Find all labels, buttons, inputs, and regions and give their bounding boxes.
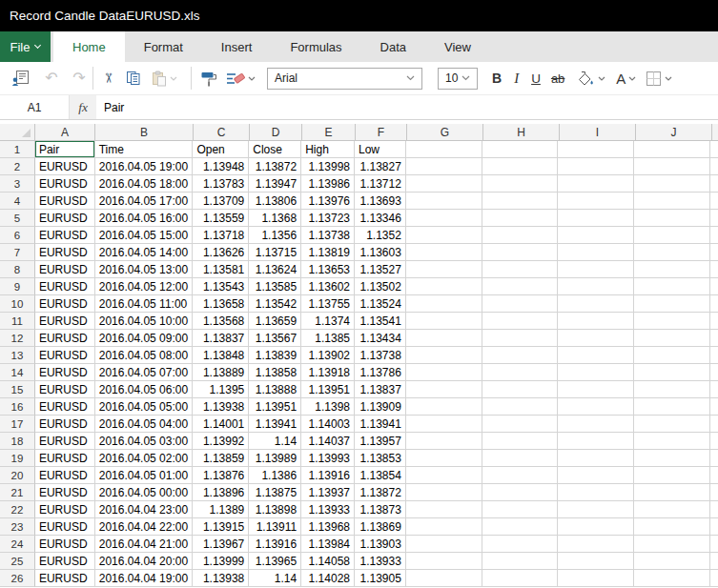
cell-B3[interactable]: 2016.04.05 18:00 (95, 175, 194, 193)
underline-button[interactable]: U (531, 71, 541, 86)
cell-F23[interactable]: 1.13869 (355, 518, 406, 536)
row-header-20[interactable]: 20 (0, 467, 35, 484)
cell-I3[interactable] (558, 175, 634, 193)
cell-A15[interactable]: EURUSD (35, 381, 95, 398)
cell-D8[interactable]: 1.13624 (249, 261, 301, 278)
cell-E7[interactable]: 1.13819 (301, 244, 355, 261)
cell-D2[interactable]: 1.13872 (249, 158, 301, 175)
cell-I21[interactable] (558, 484, 634, 501)
cell-B25[interactable]: 2016.04.04 20:00 (95, 553, 194, 570)
cell-D16[interactable]: 1.13951 (249, 398, 301, 416)
cell-B14[interactable]: 2016.04.05 07:00 (95, 364, 194, 381)
cell-G26[interactable] (406, 570, 482, 587)
cell-E23[interactable]: 1.13968 (301, 518, 355, 536)
cell-name-box[interactable]: A1 (0, 95, 70, 119)
cell-F13[interactable]: 1.13738 (355, 347, 406, 364)
cell-E15[interactable]: 1.13951 (301, 381, 355, 398)
cell-J1[interactable] (634, 141, 710, 158)
cell-I11[interactable] (558, 313, 634, 330)
cell-A25[interactable]: EURUSD (35, 553, 95, 570)
cell-G18[interactable] (406, 433, 482, 450)
row-header-2[interactable]: 2 (0, 158, 35, 175)
cell-I19[interactable] (558, 450, 634, 467)
cell-B17[interactable]: 2016.04.05 04:00 (95, 416, 194, 433)
cell-I4[interactable] (558, 193, 634, 210)
cell-F15[interactable]: 1.13837 (355, 381, 406, 398)
cell-A4[interactable]: EURUSD (35, 193, 95, 210)
cell-J18[interactable] (634, 433, 710, 450)
cell-D19[interactable]: 1.13989 (249, 450, 301, 467)
cell-D12[interactable]: 1.13567 (249, 330, 301, 347)
row-header-1[interactable]: 1 (0, 141, 35, 158)
cell-A16[interactable]: EURUSD (35, 398, 95, 416)
cell-G12[interactable] (406, 330, 482, 347)
cell-A8[interactable]: EURUSD (35, 261, 95, 278)
cell-D18[interactable]: 1.14 (249, 433, 301, 450)
cell-F8[interactable]: 1.13527 (355, 261, 406, 278)
cell-C11[interactable]: 1.13568 (193, 313, 249, 330)
cell-D7[interactable]: 1.13715 (249, 244, 301, 261)
cell-C14[interactable]: 1.13889 (193, 364, 249, 381)
cell-F12[interactable]: 1.13434 (355, 330, 406, 347)
cell-E24[interactable]: 1.13984 (301, 536, 355, 553)
cell-E9[interactable]: 1.13602 (301, 278, 355, 295)
cell-B19[interactable]: 2016.04.05 02:00 (95, 450, 194, 467)
cell-D13[interactable]: 1.13839 (249, 347, 301, 364)
cell-G13[interactable] (406, 347, 482, 364)
cell-E13[interactable]: 1.13902 (301, 347, 355, 364)
cell-J23[interactable] (634, 518, 710, 536)
cell-D25[interactable]: 1.13965 (249, 553, 301, 570)
cell-D9[interactable]: 1.13585 (249, 278, 301, 295)
cell-G5[interactable] (406, 210, 482, 227)
column-header-G[interactable]: G (407, 124, 483, 141)
cell-H18[interactable] (482, 433, 559, 450)
cell-B6[interactable]: 2016.04.05 15:00 (95, 227, 194, 244)
cell-B18[interactable]: 2016.04.05 03:00 (95, 433, 194, 450)
paste-button[interactable] (152, 71, 167, 87)
cell-J2[interactable] (634, 158, 710, 175)
cell-J5[interactable] (634, 210, 710, 227)
tab-view[interactable]: View (425, 31, 490, 62)
undo-button[interactable]: ↶ (44, 71, 59, 86)
font-color-dropdown-button[interactable] (627, 76, 637, 81)
cell-J6[interactable] (634, 227, 710, 244)
cell-C25[interactable]: 1.13999 (193, 553, 249, 570)
cell-E16[interactable]: 1.1398 (301, 398, 355, 416)
cell-H8[interactable] (482, 261, 559, 278)
cell-E10[interactable]: 1.13755 (301, 295, 355, 313)
cell-J21[interactable] (634, 484, 710, 501)
cell-H3[interactable] (482, 175, 559, 193)
cell-I22[interactable] (558, 501, 634, 518)
row-header-12[interactable]: 12 (0, 330, 35, 347)
cell-A26[interactable]: EURUSD (35, 570, 95, 587)
cell-J9[interactable] (634, 278, 710, 295)
cell-I20[interactable] (558, 467, 634, 484)
column-header-A[interactable]: A (35, 124, 95, 141)
italic-button[interactable]: I (514, 71, 519, 87)
cell-I2[interactable] (558, 158, 634, 175)
cell-I5[interactable] (558, 210, 634, 227)
cell-C19[interactable]: 1.13859 (193, 450, 249, 467)
fill-color-dropdown-button[interactable] (597, 76, 606, 81)
cell-F11[interactable]: 1.13541 (355, 313, 406, 330)
cell-H7[interactable] (482, 244, 559, 261)
cell-B20[interactable]: 2016.04.05 01:00 (95, 467, 194, 484)
cell-B7[interactable]: 2016.04.05 14:00 (95, 244, 194, 261)
tab-data[interactable]: Data (361, 31, 425, 62)
cell-I13[interactable] (558, 347, 634, 364)
cell-E22[interactable]: 1.13933 (301, 501, 355, 518)
cell-G24[interactable] (406, 536, 482, 553)
cell-C13[interactable]: 1.13848 (193, 347, 249, 364)
cell-F21[interactable]: 1.13872 (355, 484, 406, 501)
cell-D1[interactable]: Close (249, 141, 301, 158)
cell-H26[interactable] (482, 570, 559, 587)
cell-B8[interactable]: 2016.04.05 13:00 (95, 261, 194, 278)
row-header-4[interactable]: 4 (0, 193, 35, 210)
cell-E14[interactable]: 1.13918 (301, 364, 355, 381)
cell-C8[interactable]: 1.13581 (193, 261, 249, 278)
cell-J20[interactable] (634, 467, 710, 484)
cell-E2[interactable]: 1.13998 (301, 158, 355, 175)
borders-dropdown-button[interactable] (664, 76, 673, 81)
cell-E1[interactable]: High (301, 141, 355, 158)
row-header-24[interactable]: 24 (0, 536, 35, 553)
